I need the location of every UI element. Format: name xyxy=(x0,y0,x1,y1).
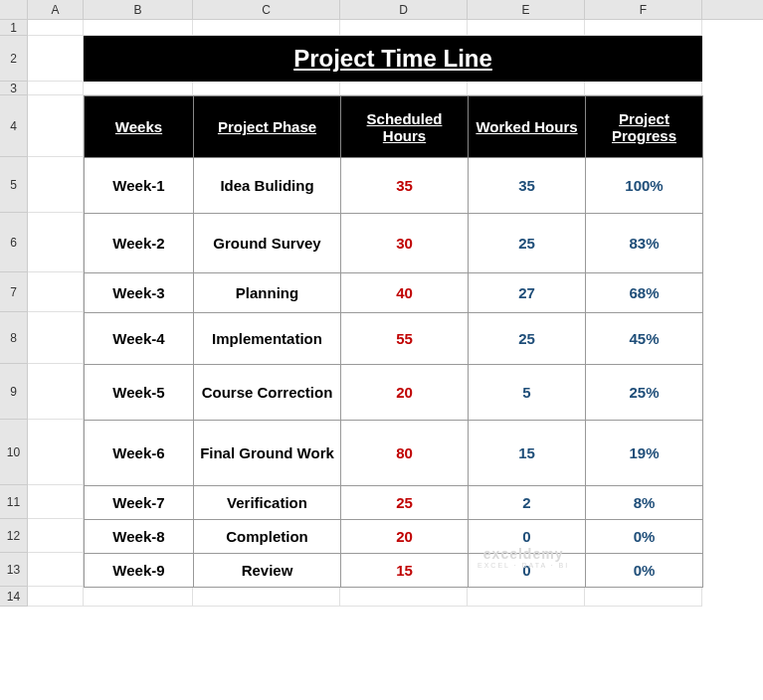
row-header-8[interactable]: 8 xyxy=(0,312,27,364)
cell-scheduled[interactable]: 25 xyxy=(341,486,469,520)
cell-progress[interactable]: 0% xyxy=(586,554,703,588)
column-header-F[interactable]: F xyxy=(585,0,702,19)
cell-phase[interactable]: Implementation xyxy=(194,313,341,365)
table-row: Week-7Verification2528% xyxy=(85,486,703,520)
header-phase[interactable]: Project Phase xyxy=(194,96,341,158)
row-header-4[interactable]: 4 xyxy=(0,95,27,157)
row-header-12[interactable]: 12 xyxy=(0,519,27,553)
cell-worked[interactable]: 15 xyxy=(469,421,586,486)
cell-phase[interactable]: Idea Buliding xyxy=(194,158,341,214)
cell-phase[interactable]: Final Ground Work xyxy=(194,421,341,486)
cell-week[interactable]: Week-4 xyxy=(85,313,194,365)
row-header-7[interactable]: 7 xyxy=(0,272,27,312)
cell-scheduled[interactable]: 30 xyxy=(341,214,469,273)
row-header-11[interactable]: 11 xyxy=(0,485,27,519)
cell-progress[interactable]: 68% xyxy=(586,273,703,313)
row-header-5[interactable]: 5 xyxy=(0,157,27,213)
cell-scheduled[interactable]: 40 xyxy=(341,273,469,313)
column-header-A[interactable]: A xyxy=(28,0,84,19)
column-header-C[interactable]: C xyxy=(193,0,340,19)
cell-worked[interactable]: 0 xyxy=(469,520,586,554)
table-row: Week-5Course Correction20525% xyxy=(85,365,703,421)
cell-phase[interactable]: Course Correction xyxy=(194,365,341,421)
cell-week[interactable]: Week-6 xyxy=(85,421,194,486)
table-row: Week-6Final Ground Work801519% xyxy=(85,421,703,486)
cell-worked[interactable]: 27 xyxy=(469,273,586,313)
cell-progress[interactable]: 19% xyxy=(586,421,703,486)
cell-progress[interactable]: 0% xyxy=(586,520,703,554)
cell-progress[interactable]: 8% xyxy=(586,486,703,520)
table-row: Week-9Review1500% xyxy=(85,554,703,588)
table-row: Week-1Idea Buliding3535100% xyxy=(85,158,703,214)
cell-worked[interactable]: 0 xyxy=(469,554,586,588)
cell-worked[interactable]: 2 xyxy=(469,486,586,520)
row-headers: 1234567891011121314 xyxy=(0,20,28,607)
cell-week[interactable]: Week-5 xyxy=(85,365,194,421)
header-row: Weeks Project Phase Scheduled Hours Work… xyxy=(85,96,703,158)
header-worked[interactable]: Worked Hours xyxy=(469,96,586,158)
row-header-13[interactable]: 13 xyxy=(0,553,27,587)
row-header-9[interactable]: 9 xyxy=(0,364,27,420)
cell-worked[interactable]: 5 xyxy=(469,365,586,421)
cell-week[interactable]: Week-1 xyxy=(85,158,194,214)
cell-week[interactable]: Week-9 xyxy=(85,554,194,588)
header-weeks[interactable]: Weeks xyxy=(85,96,194,158)
table-row: Week-3Planning402768% xyxy=(85,273,703,313)
cell-worked[interactable]: 25 xyxy=(469,313,586,365)
header-progress[interactable]: Project Progress xyxy=(586,96,703,158)
data-table: Weeks Project Phase Scheduled Hours Work… xyxy=(84,95,703,588)
row-header-1[interactable]: 1 xyxy=(0,20,27,36)
cell-phase[interactable]: Ground Survey xyxy=(194,214,341,273)
cell-phase[interactable]: Completion xyxy=(194,520,341,554)
cell-worked[interactable]: 35 xyxy=(469,158,586,214)
cell-progress[interactable]: 45% xyxy=(586,313,703,365)
table-row: Week-8Completion2000% xyxy=(85,520,703,554)
row-header-14[interactable]: 14 xyxy=(0,587,27,607)
row-header-3[interactable]: 3 xyxy=(0,82,27,95)
cell-phase[interactable]: Planning xyxy=(194,273,341,313)
table-row: Week-4Implementation552545% xyxy=(85,313,703,365)
cell-week[interactable]: Week-7 xyxy=(85,486,194,520)
cell-scheduled[interactable]: 20 xyxy=(341,365,469,421)
column-header-D[interactable]: D xyxy=(340,0,468,19)
cell-progress[interactable]: 25% xyxy=(586,365,703,421)
table-row: Week-2Ground Survey302583% xyxy=(85,214,703,273)
cell-progress[interactable]: 100% xyxy=(586,158,703,214)
cell-phase[interactable]: Verification xyxy=(194,486,341,520)
column-header-E[interactable]: E xyxy=(468,0,585,19)
row-header-10[interactable]: 10 xyxy=(0,420,27,485)
cell-scheduled[interactable]: 20 xyxy=(341,520,469,554)
cell-week[interactable]: Week-8 xyxy=(85,520,194,554)
corner-cell xyxy=(0,0,28,19)
page-title: Project Time Line xyxy=(84,36,702,82)
title-text: Project Time Line xyxy=(293,45,492,73)
cell-week[interactable]: Week-3 xyxy=(85,273,194,313)
header-scheduled[interactable]: Scheduled Hours xyxy=(341,96,469,158)
spreadsheet: ABCDEF 1234567891011121314 Project Time … xyxy=(0,0,763,20)
cell-worked[interactable]: 25 xyxy=(469,214,586,273)
cell-scheduled[interactable]: 35 xyxy=(341,158,469,214)
cell-scheduled[interactable]: 15 xyxy=(341,554,469,588)
column-headers: ABCDEF xyxy=(0,0,763,20)
grid-area[interactable]: Project Time Line Weeks Project Phase Sc… xyxy=(28,20,702,607)
row-header-6[interactable]: 6 xyxy=(0,213,27,272)
cell-phase[interactable]: Review xyxy=(194,554,341,588)
cell-week[interactable]: Week-2 xyxy=(85,214,194,273)
cell-scheduled[interactable]: 55 xyxy=(341,313,469,365)
row-header-2[interactable]: 2 xyxy=(0,36,27,82)
cell-progress[interactable]: 83% xyxy=(586,214,703,273)
cell-scheduled[interactable]: 80 xyxy=(341,421,469,486)
column-header-B[interactable]: B xyxy=(84,0,193,19)
